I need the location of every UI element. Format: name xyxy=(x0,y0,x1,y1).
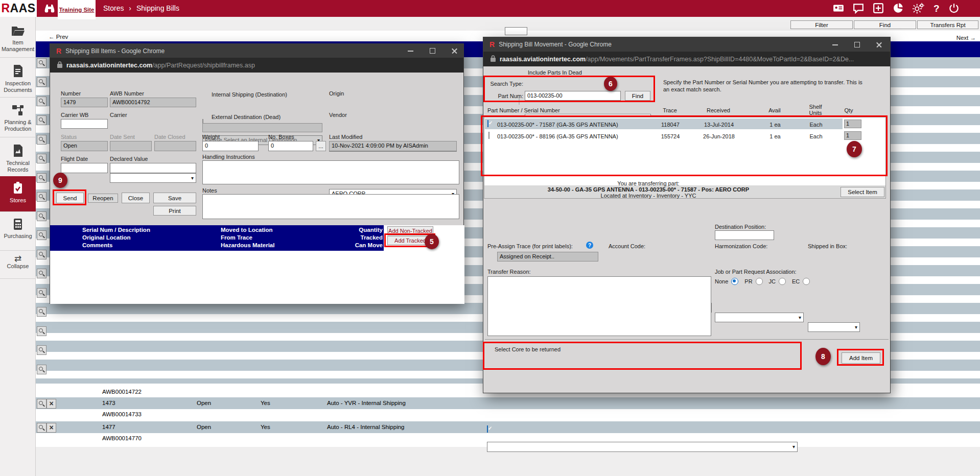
bill-row[interactable] xyxy=(36,397,980,409)
app-logo[interactable]: RAAS xyxy=(0,0,37,17)
maximize-icon[interactable] xyxy=(430,48,435,54)
core-checkbox[interactable] xyxy=(487,425,488,433)
result-qty-input[interactable]: 1 xyxy=(844,131,861,140)
row-search-icon[interactable] xyxy=(37,399,46,409)
sidebar-item-planning-production[interactable]: Planning & Production xyxy=(0,104,36,132)
help-icon[interactable]: ? xyxy=(586,242,593,249)
movement-window-titlebar[interactable]: R Shipping Bill Movement - Google Chrome xyxy=(483,37,890,52)
find-button[interactable]: Find xyxy=(625,91,650,101)
transfers-rpt-button[interactable]: Transfers Rpt xyxy=(917,20,978,29)
row-search-icon[interactable] xyxy=(37,77,46,87)
chat-icon[interactable] xyxy=(853,3,864,15)
add-icon[interactable] xyxy=(873,3,884,15)
row-search-icon[interactable] xyxy=(37,58,46,68)
bill-row[interactable] xyxy=(36,421,980,433)
items-window-titlebar[interactable]: R Shipping Bill Items - Google Chrome xyxy=(50,44,463,58)
close-icon[interactable] xyxy=(876,42,882,47)
minimize-icon[interactable] xyxy=(408,51,413,52)
harmonization-select[interactable] xyxy=(715,313,804,322)
items-window-urlbar[interactable]: raasais.aviationintertec.com/app/PartReq… xyxy=(50,58,463,73)
row-search-icon[interactable] xyxy=(37,250,46,259)
part-num-input[interactable]: 013-00235-00 xyxy=(525,91,621,101)
sidebar-item-collapse[interactable]: ⇄ Collapse xyxy=(0,255,36,270)
sidebar-item-inspection-documents[interactable]: Inspection Documents xyxy=(0,64,36,93)
boxes-more-button[interactable]: ... xyxy=(316,141,326,151)
pie-chart-icon[interactable] xyxy=(893,3,904,15)
sidebar-item-stores[interactable]: Stores xyxy=(0,176,36,211)
row-delete-icon[interactable] xyxy=(46,399,56,409)
next-link[interactable]: Next → xyxy=(943,35,976,41)
row-search-icon[interactable] xyxy=(37,423,46,433)
filter-button[interactable]: Filter xyxy=(790,20,853,29)
row-search-icon[interactable] xyxy=(37,192,46,202)
sidebar-item-item-management[interactable]: Item Management xyxy=(0,25,36,53)
carrier-wb-field[interactable] xyxy=(61,119,108,129)
breadcrumb-stores[interactable]: Stores xyxy=(103,4,124,12)
settings-gears-icon[interactable] xyxy=(913,3,925,15)
select-item-button[interactable]: Select Item xyxy=(841,187,884,197)
send-button[interactable]: Send xyxy=(56,193,84,203)
close-icon[interactable] xyxy=(452,48,457,54)
internal-shipping-label: Internal Shipping (Destination) xyxy=(212,91,287,98)
row-search-icon[interactable] xyxy=(37,97,46,106)
binoculars-icon[interactable] xyxy=(44,3,55,14)
save-button[interactable]: Save xyxy=(153,193,196,203)
status-label: Status xyxy=(61,134,77,140)
shipped-in-box-select[interactable] xyxy=(808,322,860,332)
sidebar-item-technical-records[interactable]: Technical Records xyxy=(0,144,36,173)
tab-training-site[interactable]: Training Site xyxy=(58,0,96,19)
row-search-icon[interactable] xyxy=(37,365,46,374)
page-number-input[interactable] xyxy=(505,27,527,35)
minimize-icon[interactable] xyxy=(832,44,838,45)
reopen-button[interactable]: Reopen xyxy=(88,194,118,203)
help-icon[interactable]: ? xyxy=(934,3,940,14)
handling-textarea[interactable] xyxy=(202,160,459,184)
core-select[interactable] xyxy=(487,442,798,452)
notes-textarea[interactable] xyxy=(202,194,459,219)
assoc-radio-pr[interactable] xyxy=(756,278,763,285)
row-delete-icon[interactable] xyxy=(46,423,56,433)
lock-icon xyxy=(57,61,62,69)
weight-field[interactable]: 0 xyxy=(202,141,259,151)
row-search-icon[interactable] xyxy=(37,115,46,125)
annotation-circle-8: 8 xyxy=(815,348,831,365)
notes-label: Notes xyxy=(202,187,217,194)
result-row-checkbox[interactable] xyxy=(488,132,489,139)
flight-date-field[interactable] xyxy=(61,163,108,173)
row-search-icon[interactable] xyxy=(37,345,46,355)
declared-value-field[interactable] xyxy=(110,163,196,173)
boxes-field[interactable]: 0 xyxy=(268,141,313,151)
items-window-title: Shipping Bill Items - Google Chrome xyxy=(65,47,165,55)
row-search-icon[interactable] xyxy=(37,326,46,336)
find-button[interactable]: Find xyxy=(854,20,916,29)
sidebar-item-purchasing[interactable]: Purchasing xyxy=(0,218,36,240)
last-modified-field: 10-Nov-2021 4:09:00 PM by AISAdmin xyxy=(329,141,457,151)
row-search-icon[interactable] xyxy=(37,211,46,221)
add-item-button[interactable]: Add Item xyxy=(842,352,880,364)
movement-window-urlbar[interactable]: raasais.aviationintertec.com/app/Movemen… xyxy=(483,52,890,66)
row-search-icon[interactable] xyxy=(37,269,46,278)
power-icon[interactable] xyxy=(948,3,960,15)
prev-link[interactable]: ← Prev xyxy=(49,34,68,40)
result-row-checkbox[interactable] xyxy=(487,120,488,127)
maximize-icon[interactable] xyxy=(854,42,860,47)
row-search-icon[interactable] xyxy=(37,230,46,240)
row-search-icon[interactable] xyxy=(37,154,46,163)
folder-icon xyxy=(11,32,25,38)
assoc-radio-none[interactable] xyxy=(731,278,738,285)
assoc-radio-jc[interactable] xyxy=(779,278,786,285)
close-button[interactable]: Close xyxy=(122,193,150,203)
assoc-radio-ec[interactable] xyxy=(803,278,810,285)
print-button[interactable]: Print xyxy=(153,206,196,216)
id-card-icon[interactable] xyxy=(833,3,844,15)
add-non-tracked-button[interactable]: Add Non-Tracked xyxy=(387,226,433,235)
row-search-icon[interactable] xyxy=(37,307,46,317)
assoc-label: Job or Part Request Association: xyxy=(715,269,797,275)
dest-position-input[interactable] xyxy=(715,230,774,240)
row-search-icon[interactable] xyxy=(37,173,46,183)
row-search-icon[interactable] xyxy=(37,135,46,145)
row-search-icon[interactable] xyxy=(37,288,46,298)
transfer-reason-textarea[interactable] xyxy=(487,276,711,336)
carrier-select[interactable] xyxy=(110,173,196,183)
result-qty-input[interactable]: 1 xyxy=(844,120,861,128)
